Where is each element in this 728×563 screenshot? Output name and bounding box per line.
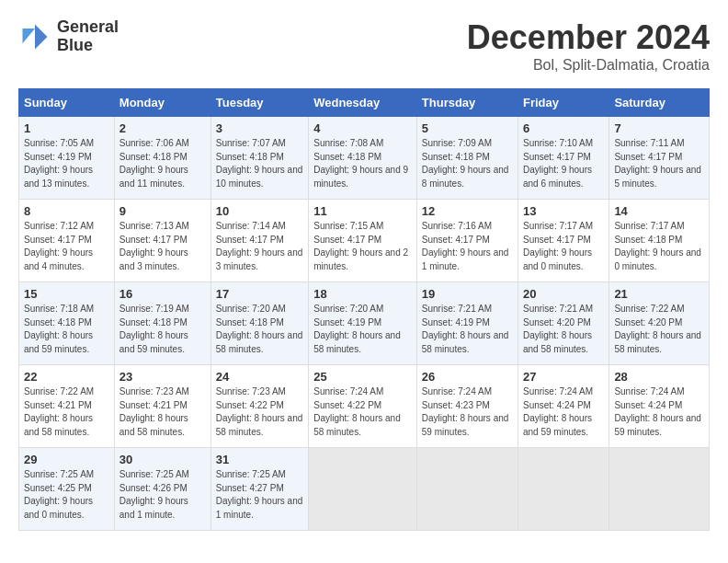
calendar-day-cell: 8 Sunrise: 7:12 AMSunset: 4:17 PMDayligh… xyxy=(19,200,115,282)
header-sunday: Sunday xyxy=(19,89,115,117)
calendar-day-cell: 16 Sunrise: 7:19 AMSunset: 4:18 PMDaylig… xyxy=(114,282,210,365)
calendar-day-cell: 14 Sunrise: 7:17 AMSunset: 4:18 PMDaylig… xyxy=(609,200,710,282)
day-info: Sunrise: 7:10 AMSunset: 4:17 PMDaylight:… xyxy=(523,138,593,189)
day-info: Sunrise: 7:11 AMSunset: 4:17 PMDaylight:… xyxy=(614,138,701,189)
day-info: Sunrise: 7:09 AMSunset: 4:18 PMDaylight:… xyxy=(422,138,509,189)
header-thursday: Thursday xyxy=(416,89,518,117)
calendar-day-cell: 5 Sunrise: 7:09 AMSunset: 4:18 PMDayligh… xyxy=(416,117,518,200)
day-number: 31 xyxy=(216,453,303,466)
day-number: 24 xyxy=(216,370,303,384)
day-info: Sunrise: 7:16 AMSunset: 4:17 PMDaylight:… xyxy=(422,221,509,271)
day-info: Sunrise: 7:24 AMSunset: 4:24 PMDaylight:… xyxy=(614,386,701,437)
day-number: 28 xyxy=(614,370,704,384)
day-number: 6 xyxy=(523,121,604,135)
calendar-day-cell: 6 Sunrise: 7:10 AMSunset: 4:17 PMDayligh… xyxy=(518,117,609,200)
day-info: Sunrise: 7:08 AMSunset: 4:18 PMDaylight:… xyxy=(313,138,408,189)
day-info: Sunrise: 7:25 AMSunset: 4:26 PMDaylight:… xyxy=(119,469,189,520)
day-info: Sunrise: 7:05 AMSunset: 4:19 PMDaylight:… xyxy=(24,138,94,189)
day-info: Sunrise: 7:17 AMSunset: 4:18 PMDaylight:… xyxy=(614,221,701,271)
calendar-day-cell: 15 Sunrise: 7:18 AMSunset: 4:18 PMDaylig… xyxy=(19,282,115,365)
calendar-day-cell: 12 Sunrise: 7:16 AMSunset: 4:17 PMDaylig… xyxy=(416,200,518,282)
calendar-day-cell: 28 Sunrise: 7:24 AMSunset: 4:24 PMDaylig… xyxy=(609,365,710,448)
day-number: 13 xyxy=(523,204,604,218)
calendar-day-cell: 13 Sunrise: 7:17 AMSunset: 4:17 PMDaylig… xyxy=(518,200,609,282)
day-number: 20 xyxy=(523,287,604,301)
calendar-day-cell: 26 Sunrise: 7:24 AMSunset: 4:23 PMDaylig… xyxy=(416,365,518,448)
calendar-day-cell xyxy=(518,448,609,531)
calendar-day-cell: 7 Sunrise: 7:11 AMSunset: 4:17 PMDayligh… xyxy=(609,117,710,200)
page-header: General Blue December 2024 Bol, Split-Da… xyxy=(18,18,710,74)
calendar-day-cell: 3 Sunrise: 7:07 AMSunset: 4:18 PMDayligh… xyxy=(210,117,308,200)
day-number: 17 xyxy=(216,287,303,301)
day-info: Sunrise: 7:24 AMSunset: 4:23 PMDaylight:… xyxy=(422,386,509,437)
day-number: 23 xyxy=(119,370,206,384)
day-number: 27 xyxy=(523,370,604,384)
calendar-day-cell xyxy=(609,448,710,531)
header-wednesday: Wednesday xyxy=(309,89,417,117)
day-number: 16 xyxy=(119,287,206,301)
day-number: 1 xyxy=(24,121,109,135)
day-number: 11 xyxy=(313,204,412,218)
calendar-day-cell: 31 Sunrise: 7:25 AMSunset: 4:27 PMDaylig… xyxy=(210,448,308,531)
calendar-day-cell: 27 Sunrise: 7:24 AMSunset: 4:24 PMDaylig… xyxy=(518,365,609,448)
day-info: Sunrise: 7:22 AMSunset: 4:21 PMDaylight:… xyxy=(24,386,94,437)
day-info: Sunrise: 7:25 AMSunset: 4:27 PMDaylight:… xyxy=(216,469,303,520)
calendar-day-cell xyxy=(309,448,417,531)
day-info: Sunrise: 7:20 AMSunset: 4:19 PMDaylight:… xyxy=(313,304,401,354)
calendar-day-cell: 25 Sunrise: 7:24 AMSunset: 4:22 PMDaylig… xyxy=(309,365,417,448)
calendar-day-cell: 17 Sunrise: 7:20 AMSunset: 4:18 PMDaylig… xyxy=(210,282,308,365)
calendar-week-row: 8 Sunrise: 7:12 AMSunset: 4:17 PMDayligh… xyxy=(19,200,710,282)
calendar-day-cell: 4 Sunrise: 7:08 AMSunset: 4:18 PMDayligh… xyxy=(309,117,417,200)
day-number: 10 xyxy=(216,204,303,218)
calendar-day-cell: 9 Sunrise: 7:13 AMSunset: 4:17 PMDayligh… xyxy=(114,200,210,282)
header-monday: Monday xyxy=(114,89,210,117)
day-number: 12 xyxy=(422,204,513,218)
day-info: Sunrise: 7:25 AMSunset: 4:25 PMDaylight:… xyxy=(24,469,94,520)
header-friday: Friday xyxy=(518,89,609,117)
calendar-week-row: 1 Sunrise: 7:05 AMSunset: 4:19 PMDayligh… xyxy=(19,117,710,200)
logo-icon xyxy=(18,20,51,53)
calendar-week-row: 29 Sunrise: 7:25 AMSunset: 4:25 PMDaylig… xyxy=(19,448,710,531)
day-number: 26 xyxy=(422,370,513,384)
calendar-day-cell: 18 Sunrise: 7:20 AMSunset: 4:19 PMDaylig… xyxy=(309,282,417,365)
day-info: Sunrise: 7:21 AMSunset: 4:19 PMDaylight:… xyxy=(422,304,509,354)
day-number: 7 xyxy=(614,121,704,135)
day-number: 4 xyxy=(313,121,412,135)
day-info: Sunrise: 7:24 AMSunset: 4:22 PMDaylight:… xyxy=(313,386,401,437)
calendar-day-cell: 19 Sunrise: 7:21 AMSunset: 4:19 PMDaylig… xyxy=(416,282,518,365)
day-info: Sunrise: 7:07 AMSunset: 4:18 PMDaylight:… xyxy=(216,138,303,189)
day-number: 8 xyxy=(24,204,109,218)
calendar-day-cell: 22 Sunrise: 7:22 AMSunset: 4:21 PMDaylig… xyxy=(19,365,115,448)
calendar-day-cell: 2 Sunrise: 7:06 AMSunset: 4:18 PMDayligh… xyxy=(114,117,210,200)
calendar-table: Sunday Monday Tuesday Wednesday Thursday… xyxy=(18,88,710,531)
calendar-day-cell: 11 Sunrise: 7:15 AMSunset: 4:17 PMDaylig… xyxy=(309,200,417,282)
day-info: Sunrise: 7:22 AMSunset: 4:20 PMDaylight:… xyxy=(614,304,701,354)
day-number: 19 xyxy=(422,287,513,301)
calendar-day-cell: 30 Sunrise: 7:25 AMSunset: 4:26 PMDaylig… xyxy=(114,448,210,531)
calendar-week-row: 15 Sunrise: 7:18 AMSunset: 4:18 PMDaylig… xyxy=(19,282,710,365)
day-number: 14 xyxy=(614,204,704,218)
day-number: 15 xyxy=(24,287,109,301)
header-saturday: Saturday xyxy=(609,89,710,117)
day-info: Sunrise: 7:12 AMSunset: 4:17 PMDaylight:… xyxy=(24,221,94,271)
day-number: 3 xyxy=(216,121,303,135)
day-info: Sunrise: 7:18 AMSunset: 4:18 PMDaylight:… xyxy=(24,304,94,354)
day-number: 30 xyxy=(119,453,206,466)
day-info: Sunrise: 7:06 AMSunset: 4:18 PMDaylight:… xyxy=(119,138,189,189)
day-info: Sunrise: 7:17 AMSunset: 4:17 PMDaylight:… xyxy=(523,221,593,271)
day-info: Sunrise: 7:13 AMSunset: 4:17 PMDaylight:… xyxy=(119,221,189,271)
calendar-day-cell: 24 Sunrise: 7:23 AMSunset: 4:22 PMDaylig… xyxy=(210,365,308,448)
day-number: 18 xyxy=(313,287,412,301)
header-tuesday: Tuesday xyxy=(210,89,308,117)
calendar-day-cell xyxy=(416,448,518,531)
day-number: 9 xyxy=(119,204,206,218)
logo-text: General Blue xyxy=(57,18,119,55)
day-number: 2 xyxy=(119,121,206,135)
day-number: 5 xyxy=(422,121,513,135)
day-number: 25 xyxy=(313,370,412,384)
month-year-title: December 2024 xyxy=(467,18,710,57)
calendar-day-cell: 23 Sunrise: 7:23 AMSunset: 4:21 PMDaylig… xyxy=(114,365,210,448)
title-block: December 2024 Bol, Split-Dalmatia, Croat… xyxy=(467,18,710,74)
calendar-day-cell: 1 Sunrise: 7:05 AMSunset: 4:19 PMDayligh… xyxy=(19,117,115,200)
calendar-week-row: 22 Sunrise: 7:22 AMSunset: 4:21 PMDaylig… xyxy=(19,365,710,448)
